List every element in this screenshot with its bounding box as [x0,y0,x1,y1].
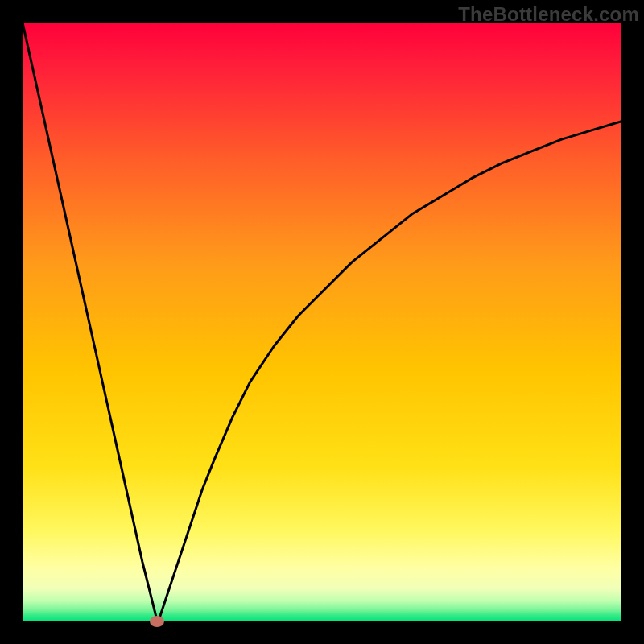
gradient-background [23,23,621,621]
minimum-marker [150,616,164,627]
plot-area [23,23,621,621]
bottleneck-plot-svg [23,23,621,621]
watermark-text: TheBottleneck.com [458,3,639,26]
chart-frame: TheBottleneck.com [0,0,644,644]
